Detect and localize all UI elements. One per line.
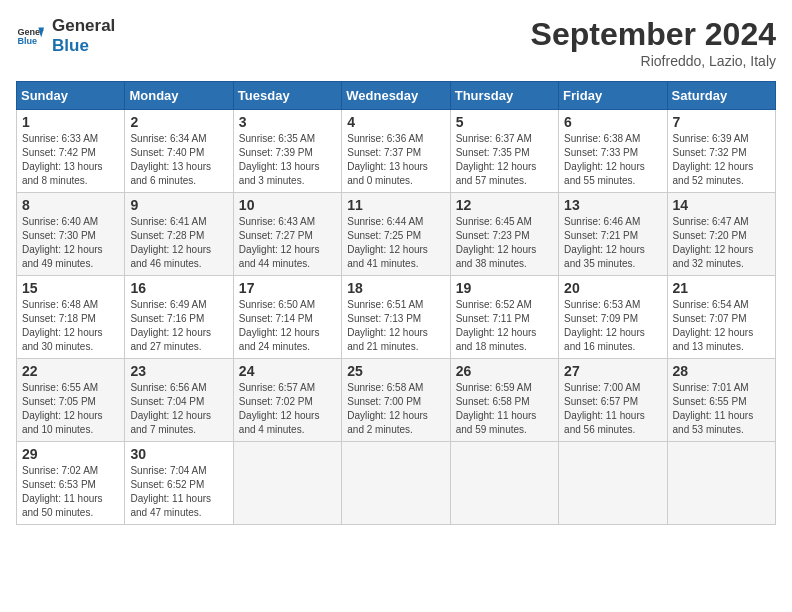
day-number: 13: [564, 197, 661, 213]
day-info: Sunrise: 6:54 AMSunset: 7:07 PMDaylight:…: [673, 298, 770, 354]
table-row: [233, 442, 341, 525]
table-row: 25Sunrise: 6:58 AMSunset: 7:00 PMDayligh…: [342, 359, 450, 442]
table-row: 17Sunrise: 6:50 AMSunset: 7:14 PMDayligh…: [233, 276, 341, 359]
day-number: 27: [564, 363, 661, 379]
day-info: Sunrise: 7:00 AMSunset: 6:57 PMDaylight:…: [564, 381, 661, 437]
day-info: Sunrise: 6:39 AMSunset: 7:32 PMDaylight:…: [673, 132, 770, 188]
table-row: 11Sunrise: 6:44 AMSunset: 7:25 PMDayligh…: [342, 193, 450, 276]
day-info: Sunrise: 6:38 AMSunset: 7:33 PMDaylight:…: [564, 132, 661, 188]
table-row: 4Sunrise: 6:36 AMSunset: 7:37 PMDaylight…: [342, 110, 450, 193]
table-row: 29Sunrise: 7:02 AMSunset: 6:53 PMDayligh…: [17, 442, 125, 525]
day-info: Sunrise: 6:36 AMSunset: 7:37 PMDaylight:…: [347, 132, 444, 188]
day-number: 30: [130, 446, 227, 462]
day-info: Sunrise: 6:58 AMSunset: 7:00 PMDaylight:…: [347, 381, 444, 437]
day-number: 21: [673, 280, 770, 296]
day-info: Sunrise: 6:56 AMSunset: 7:04 PMDaylight:…: [130, 381, 227, 437]
table-row: [559, 442, 667, 525]
svg-text:Blue: Blue: [17, 37, 37, 47]
day-info: Sunrise: 6:45 AMSunset: 7:23 PMDaylight:…: [456, 215, 553, 271]
day-info: Sunrise: 6:51 AMSunset: 7:13 PMDaylight:…: [347, 298, 444, 354]
day-info: Sunrise: 6:53 AMSunset: 7:09 PMDaylight:…: [564, 298, 661, 354]
day-number: 16: [130, 280, 227, 296]
table-row: [342, 442, 450, 525]
day-info: Sunrise: 6:48 AMSunset: 7:18 PMDaylight:…: [22, 298, 119, 354]
day-info: Sunrise: 6:50 AMSunset: 7:14 PMDaylight:…: [239, 298, 336, 354]
day-info: Sunrise: 6:40 AMSunset: 7:30 PMDaylight:…: [22, 215, 119, 271]
table-row: 21Sunrise: 6:54 AMSunset: 7:07 PMDayligh…: [667, 276, 775, 359]
day-number: 23: [130, 363, 227, 379]
day-info: Sunrise: 6:52 AMSunset: 7:11 PMDaylight:…: [456, 298, 553, 354]
table-row: 5Sunrise: 6:37 AMSunset: 7:35 PMDaylight…: [450, 110, 558, 193]
calendar-week-row: 8Sunrise: 6:40 AMSunset: 7:30 PMDaylight…: [17, 193, 776, 276]
day-info: Sunrise: 6:43 AMSunset: 7:27 PMDaylight:…: [239, 215, 336, 271]
day-info: Sunrise: 6:34 AMSunset: 7:40 PMDaylight:…: [130, 132, 227, 188]
day-info: Sunrise: 6:59 AMSunset: 6:58 PMDaylight:…: [456, 381, 553, 437]
day-number: 6: [564, 114, 661, 130]
table-row: 3Sunrise: 6:35 AMSunset: 7:39 PMDaylight…: [233, 110, 341, 193]
day-info: Sunrise: 6:44 AMSunset: 7:25 PMDaylight:…: [347, 215, 444, 271]
day-info: Sunrise: 6:49 AMSunset: 7:16 PMDaylight:…: [130, 298, 227, 354]
day-number: 8: [22, 197, 119, 213]
table-row: 10Sunrise: 6:43 AMSunset: 7:27 PMDayligh…: [233, 193, 341, 276]
day-number: 7: [673, 114, 770, 130]
title-block: September 2024 Riofreddo, Lazio, Italy: [531, 16, 776, 69]
table-row: 15Sunrise: 6:48 AMSunset: 7:18 PMDayligh…: [17, 276, 125, 359]
col-friday: Friday: [559, 82, 667, 110]
logo: General Blue General Blue: [16, 16, 115, 57]
calendar-week-row: 15Sunrise: 6:48 AMSunset: 7:18 PMDayligh…: [17, 276, 776, 359]
day-number: 26: [456, 363, 553, 379]
calendar-header-row: Sunday Monday Tuesday Wednesday Thursday…: [17, 82, 776, 110]
day-number: 18: [347, 280, 444, 296]
calendar-week-row: 22Sunrise: 6:55 AMSunset: 7:05 PMDayligh…: [17, 359, 776, 442]
day-number: 14: [673, 197, 770, 213]
day-info: Sunrise: 6:37 AMSunset: 7:35 PMDaylight:…: [456, 132, 553, 188]
table-row: 7Sunrise: 6:39 AMSunset: 7:32 PMDaylight…: [667, 110, 775, 193]
day-number: 12: [456, 197, 553, 213]
day-info: Sunrise: 6:57 AMSunset: 7:02 PMDaylight:…: [239, 381, 336, 437]
col-monday: Monday: [125, 82, 233, 110]
col-thursday: Thursday: [450, 82, 558, 110]
day-number: 24: [239, 363, 336, 379]
table-row: 27Sunrise: 7:00 AMSunset: 6:57 PMDayligh…: [559, 359, 667, 442]
day-info: Sunrise: 6:35 AMSunset: 7:39 PMDaylight:…: [239, 132, 336, 188]
day-number: 11: [347, 197, 444, 213]
table-row: 24Sunrise: 6:57 AMSunset: 7:02 PMDayligh…: [233, 359, 341, 442]
day-number: 2: [130, 114, 227, 130]
table-row: 16Sunrise: 6:49 AMSunset: 7:16 PMDayligh…: [125, 276, 233, 359]
day-number: 5: [456, 114, 553, 130]
logo-icon: General Blue: [16, 22, 44, 50]
logo-general: General: [52, 16, 115, 36]
calendar-week-row: 29Sunrise: 7:02 AMSunset: 6:53 PMDayligh…: [17, 442, 776, 525]
table-row: 20Sunrise: 6:53 AMSunset: 7:09 PMDayligh…: [559, 276, 667, 359]
day-info: Sunrise: 6:33 AMSunset: 7:42 PMDaylight:…: [22, 132, 119, 188]
day-number: 1: [22, 114, 119, 130]
day-info: Sunrise: 6:47 AMSunset: 7:20 PMDaylight:…: [673, 215, 770, 271]
table-row: 26Sunrise: 6:59 AMSunset: 6:58 PMDayligh…: [450, 359, 558, 442]
day-number: 22: [22, 363, 119, 379]
day-number: 28: [673, 363, 770, 379]
day-number: 10: [239, 197, 336, 213]
day-number: 15: [22, 280, 119, 296]
table-row: 8Sunrise: 6:40 AMSunset: 7:30 PMDaylight…: [17, 193, 125, 276]
calendar-week-row: 1Sunrise: 6:33 AMSunset: 7:42 PMDaylight…: [17, 110, 776, 193]
table-row: 6Sunrise: 6:38 AMSunset: 7:33 PMDaylight…: [559, 110, 667, 193]
col-saturday: Saturday: [667, 82, 775, 110]
day-info: Sunrise: 7:01 AMSunset: 6:55 PMDaylight:…: [673, 381, 770, 437]
table-row: 1Sunrise: 6:33 AMSunset: 7:42 PMDaylight…: [17, 110, 125, 193]
day-number: 4: [347, 114, 444, 130]
page-header: General Blue General Blue September 2024…: [16, 16, 776, 69]
table-row: 13Sunrise: 6:46 AMSunset: 7:21 PMDayligh…: [559, 193, 667, 276]
table-row: 12Sunrise: 6:45 AMSunset: 7:23 PMDayligh…: [450, 193, 558, 276]
table-row: 18Sunrise: 6:51 AMSunset: 7:13 PMDayligh…: [342, 276, 450, 359]
table-row: 30Sunrise: 7:04 AMSunset: 6:52 PMDayligh…: [125, 442, 233, 525]
day-number: 9: [130, 197, 227, 213]
calendar-table: Sunday Monday Tuesday Wednesday Thursday…: [16, 81, 776, 525]
day-number: 19: [456, 280, 553, 296]
logo-blue: Blue: [52, 36, 115, 56]
table-row: 19Sunrise: 6:52 AMSunset: 7:11 PMDayligh…: [450, 276, 558, 359]
col-sunday: Sunday: [17, 82, 125, 110]
day-info: Sunrise: 7:02 AMSunset: 6:53 PMDaylight:…: [22, 464, 119, 520]
table-row: 28Sunrise: 7:01 AMSunset: 6:55 PMDayligh…: [667, 359, 775, 442]
table-row: 23Sunrise: 6:56 AMSunset: 7:04 PMDayligh…: [125, 359, 233, 442]
day-info: Sunrise: 6:41 AMSunset: 7:28 PMDaylight:…: [130, 215, 227, 271]
